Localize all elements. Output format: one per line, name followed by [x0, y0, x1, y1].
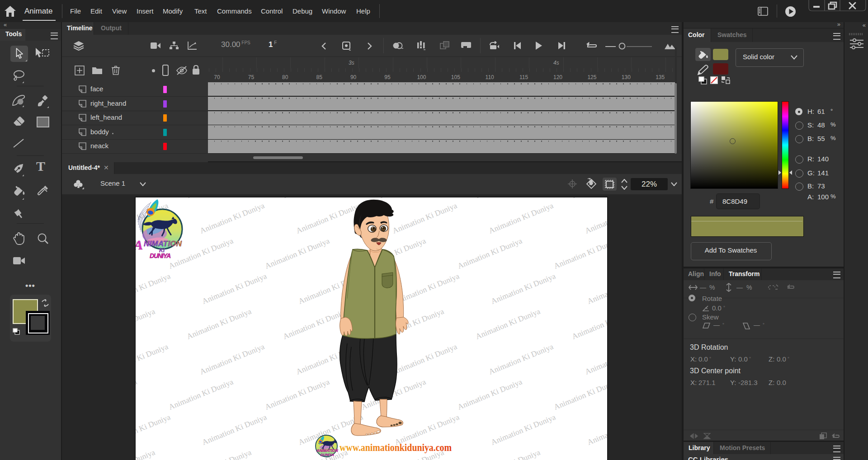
svg-text:DUNIYA: DUNIYA — [150, 252, 171, 259]
svg-text:DUNIYA: DUNIYA — [321, 453, 334, 457]
svg-text:www.animationkiduniya.com: www.animationkiduniya.com — [340, 442, 452, 453]
svg-text:ANIMATION: ANIMATION — [316, 448, 338, 453]
